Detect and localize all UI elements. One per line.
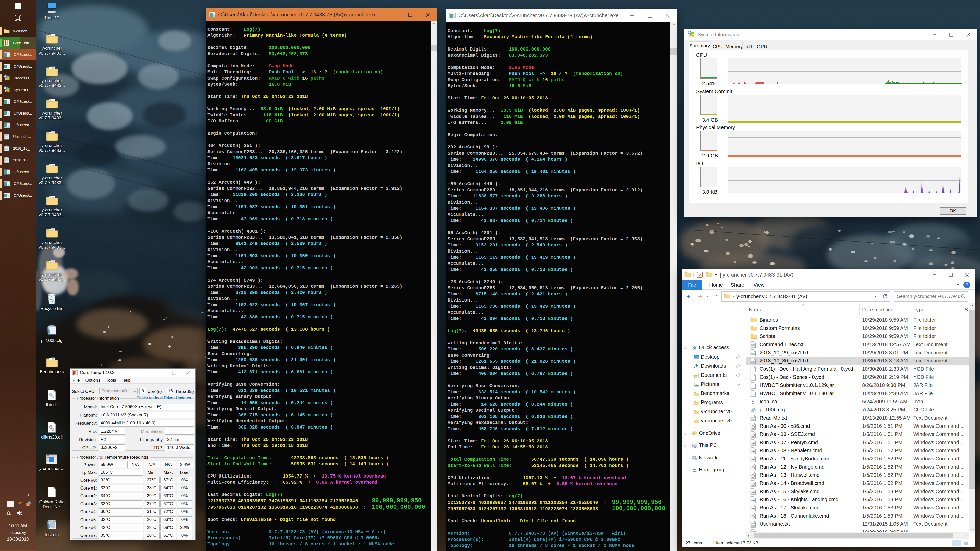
svg-text:Y: Y — [751, 400, 755, 405]
